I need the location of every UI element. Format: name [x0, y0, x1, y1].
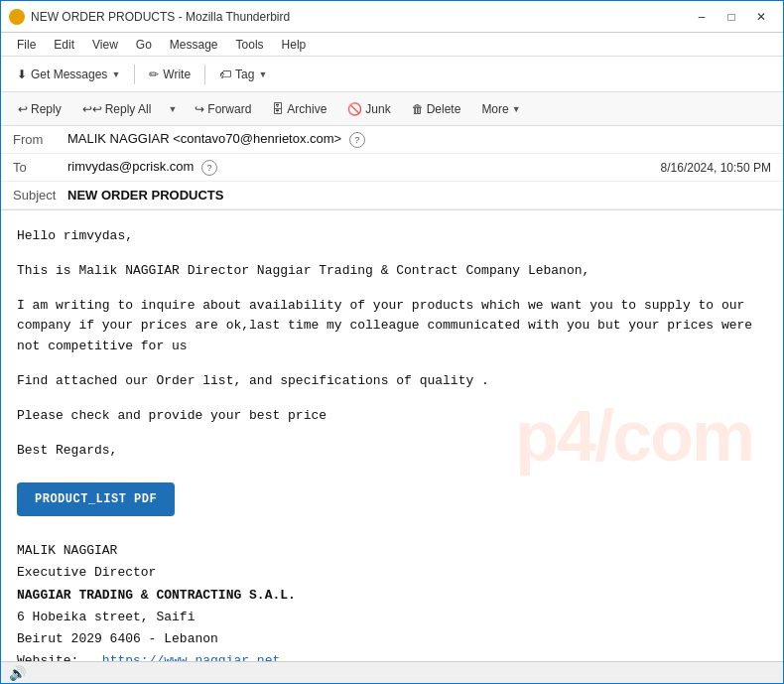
to-address: rimvydas@pcrisk.com — [67, 159, 194, 174]
toolbar-sep-2 — [204, 65, 205, 84]
archive-label: Archive — [287, 102, 327, 116]
from-label: From — [13, 132, 67, 147]
sig-title: Executive Director — [17, 562, 767, 584]
to-label: To — [13, 160, 67, 175]
reply-icon: ↩ — [18, 102, 28, 116]
maximize-button[interactable]: □ — [718, 7, 745, 27]
junk-icon: 🚫 — [347, 102, 362, 116]
minimize-button[interactable]: – — [688, 7, 716, 27]
reply-all-group: ↩↩ Reply All ▼ — [73, 96, 184, 122]
menu-bar: File Edit View Go Message Tools Help — [1, 33, 783, 57]
sig-company: NAGGIAR TRADING & CONTRACTING S.A.L. — [17, 585, 767, 607]
delete-button[interactable]: 🗑 Delete — [403, 96, 470, 122]
tag-label: Tag — [235, 68, 254, 81]
subject-row: Subject NEW ORDER PRODUCTS — [1, 182, 783, 209]
title-bar-controls: – □ ✕ — [688, 7, 775, 27]
delete-label: Delete — [427, 102, 461, 116]
get-messages-dropdown-icon: ▼ — [111, 69, 120, 79]
more-dropdown-icon: ▼ — [512, 104, 521, 114]
archive-button[interactable]: 🗄 Archive — [263, 96, 335, 122]
sig-website-label: Website: — [17, 653, 78, 661]
menu-file[interactable]: File — [9, 36, 44, 54]
junk-button[interactable]: 🚫 Junk — [338, 96, 399, 122]
to-contact-icon[interactable]: ? — [201, 160, 217, 176]
menu-go[interactable]: Go — [128, 36, 160, 54]
more-label: More — [481, 102, 508, 116]
get-messages-button[interactable]: ⬇ Get Messages ▼ — [9, 62, 128, 87]
main-window: NEW ORDER PRODUCTS - Mozilla Thunderbird… — [0, 0, 784, 684]
reply-button[interactable]: ↩ Reply — [9, 96, 70, 122]
reply-all-icon: ↩↩ — [82, 102, 102, 116]
write-button[interactable]: ✏ Write — [141, 62, 198, 87]
sig-name: MALIK NAGGIAR — [17, 540, 767, 562]
email-signature: MALIK NAGGIAR Executive Director NAGGIAR… — [17, 540, 767, 661]
sig-website-row: Website: https://www.naggiar.net — [17, 650, 767, 661]
more-button[interactable]: More ▼ — [472, 96, 529, 122]
reply-all-button[interactable]: ↩↩ Reply All — [73, 96, 161, 122]
title-bar: NEW ORDER PRODUCTS - Mozilla Thunderbird… — [1, 1, 783, 33]
reply-label: Reply — [31, 102, 62, 116]
reply-all-dropdown-button[interactable]: ▼ — [162, 96, 183, 122]
body-para5: Best Regards, — [17, 441, 767, 462]
delete-icon: 🗑 — [412, 102, 424, 116]
close-button[interactable]: ✕ — [747, 7, 775, 27]
title-bar-left: NEW ORDER PRODUCTS - Mozilla Thunderbird — [9, 9, 290, 25]
from-row: From MALIK NAGGIAR <contavo70@henrietox.… — [1, 126, 783, 154]
menu-tools[interactable]: Tools — [228, 36, 272, 54]
from-name: MALIK NAGGIAR <contavo70@henrietox.com> — [67, 131, 341, 146]
tag-icon: 🏷 — [219, 68, 231, 81]
app-icon — [9, 9, 25, 25]
menu-edit[interactable]: Edit — [46, 36, 82, 54]
write-label: Write — [163, 68, 191, 81]
tag-button[interactable]: 🏷 Tag ▼ — [211, 62, 275, 87]
contact-info-icon[interactable]: ? — [349, 132, 365, 148]
menu-message[interactable]: Message — [162, 36, 226, 54]
body-para1: This is Malik NAGGIAR Director Naggiar T… — [17, 261, 767, 282]
to-row: To rimvydas@pcrisk.com ? 8/16/2024, 10:5… — [1, 154, 783, 182]
sig-address1: 6 Hobeika street, Saifi — [17, 607, 767, 628]
to-value: rimvydas@pcrisk.com ? — [67, 159, 661, 176]
body-para4: Please check and provide your best price — [17, 406, 767, 427]
body-para2: I am writing to inquire about availabili… — [17, 296, 767, 357]
tag-dropdown-icon: ▼ — [258, 69, 267, 79]
from-value: MALIK NAGGIAR <contavo70@henrietox.com> … — [67, 131, 771, 148]
archive-icon: 🗄 — [272, 102, 284, 116]
reply-all-dropdown-icon: ▼ — [168, 104, 177, 114]
status-bar: 🔊 — [1, 661, 783, 683]
email-date: 8/16/2024, 10:50 PM — [661, 161, 771, 175]
write-icon: ✏ — [149, 68, 159, 81]
toolbar-sep-1 — [134, 65, 135, 84]
menu-view[interactable]: View — [84, 36, 126, 54]
get-messages-label: Get Messages — [31, 68, 107, 81]
email-body: p4/com Hello rimvydas, This is Malik NAG… — [1, 210, 783, 661]
get-messages-icon: ⬇ — [17, 68, 27, 81]
attachment-button[interactable]: PRODUCT_LIST PDF — [17, 482, 175, 516]
action-bar: ↩ Reply ↩↩ Reply All ▼ ↪ Forward 🗄 Archi… — [1, 92, 783, 126]
subject-value: NEW ORDER PRODUCTS — [67, 188, 771, 203]
subject-label: Subject — [13, 188, 67, 203]
body-para3: Find attached our Order list, and specif… — [17, 371, 767, 392]
email-headers: From MALIK NAGGIAR <contavo70@henrietox.… — [1, 126, 783, 210]
email-body-text: Hello rimvydas, This is Malik NAGGIAR Di… — [17, 226, 767, 461]
toolbar: ⬇ Get Messages ▼ ✏ Write 🏷 Tag ▼ — [1, 57, 783, 92]
menu-help[interactable]: Help — [274, 36, 315, 54]
sig-address2: Beirut 2029 6406 - Lebanon — [17, 628, 767, 650]
body-greeting: Hello rimvydas, — [17, 226, 767, 247]
window-title: NEW ORDER PRODUCTS - Mozilla Thunderbird — [31, 10, 290, 24]
status-icon: 🔊 — [9, 665, 26, 681]
forward-icon: ↪ — [195, 102, 204, 116]
forward-label: Forward — [207, 102, 251, 116]
sig-website-link[interactable]: https://www.naggiar.net — [102, 653, 280, 661]
junk-label: Junk — [365, 102, 390, 116]
reply-all-label: Reply All — [105, 102, 152, 116]
forward-button[interactable]: ↪ Forward — [186, 96, 260, 122]
